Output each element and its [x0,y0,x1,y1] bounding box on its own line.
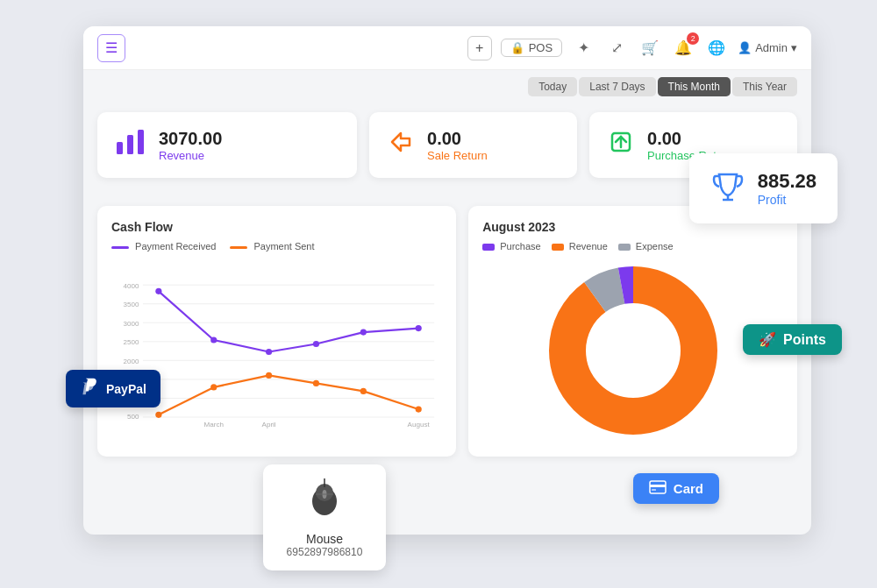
profit-label: Profit [758,193,816,207]
svg-text:3500: 3500 [123,301,139,308]
donut-legend: Purchase Revenue Expense [482,241,783,251]
paypal-badge[interactable]: PayPal [66,370,160,407]
svg-point-30 [313,380,319,386]
dashboard-card: ☰ + 🔒 POS ✦ ⤢ 🛒 🔔 2 🌐 [83,26,811,535]
product-name: Mouse [281,532,368,546]
svg-rect-43 [650,485,666,487]
donut-container [482,259,783,443]
line-chart: 4000 3500 3000 2500 2000 1500 1000 500 [111,260,442,436]
charts-row: Cash Flow Payment Received Payment Sent [97,206,797,457]
revenue-value: 3070.00 [159,129,222,149]
svg-text:August: August [408,421,431,429]
sale-return-info: 0.00 Sale Return [427,129,488,162]
svg-text:3000: 3000 [123,320,139,328]
svg-point-31 [360,388,367,394]
hamburger-button[interactable]: ☰ [97,34,125,62]
hamburger-icon: ☰ [105,39,118,56]
thismonth-btn[interactable]: This Month [658,77,731,96]
notification-badge: 2 [687,32,699,45]
last7days-btn[interactable]: Last 7 Days [579,77,655,96]
svg-text:4000: 4000 [123,282,139,290]
svg-rect-1 [127,135,133,154]
add-button[interactable]: + [467,36,492,60]
svg-point-22 [210,337,217,343]
purchase-legend: Purchase [482,241,541,251]
globe-icon-btn[interactable]: 🌐 [704,36,729,60]
svg-text:500: 500 [127,413,139,421]
today-btn[interactable]: Today [528,77,577,96]
sale-return-value: 0.00 [427,129,488,149]
credit-card-icon [649,480,667,497]
svg-point-29 [266,372,272,379]
date-filter: Today Last 7 Days This Month This Year [528,77,797,96]
svg-text:2000: 2000 [123,358,139,365]
admin-menu[interactable]: 👤 Admin ▾ [738,41,797,54]
svg-point-25 [360,329,367,335]
pos-label: POS [529,41,553,54]
points-label: Points [783,332,826,348]
rocket-icon: 🚀 [759,331,776,348]
chevron-down-icon: ▾ [791,41,797,54]
mouse-icon [281,477,368,527]
revenue-card: 3070.00 Revenue [97,112,357,178]
svg-point-26 [416,325,422,331]
sparkle-icon-btn[interactable]: ✦ [571,36,595,60]
cashflow-chart-card: Cash Flow Payment Received Payment Sent [97,206,456,457]
svg-point-39 [588,305,679,396]
user-icon: 👤 [738,41,752,54]
cart-icon-btn[interactable]: 🛒 [638,36,662,60]
thisyear-btn[interactable]: This Year [732,77,797,96]
navbar-left: ☰ [97,34,125,62]
profit-card: 885.28 Profit [689,153,838,223]
cashflow-title: Cash Flow [111,220,442,234]
svg-text:2500: 2500 [123,338,139,346]
svg-rect-44 [652,489,656,491]
svg-point-24 [313,341,319,347]
card-label: Card [674,481,703,496]
svg-rect-0 [117,142,123,154]
card-badge[interactable]: Card [633,473,719,504]
paypal-icon [80,377,99,400]
bell-icon-btn[interactable]: 🔔 2 [671,36,695,60]
revenue-legend: Revenue [552,241,608,251]
trophy-icon [710,167,745,209]
purchase-return-value: 0.00 [647,129,733,149]
sale-return-card: 0.00 Sale Return [369,112,577,178]
product-card: Mouse 6952897986810 [263,464,386,570]
svg-point-23 [266,349,272,355]
sent-legend: Payment Sent [230,241,314,251]
product-code: 6952897986810 [281,546,368,558]
cashflow-legend: Payment Received Payment Sent [111,241,442,251]
expand-icon-btn[interactable]: ⤢ [604,36,629,60]
revenue-icon [115,126,146,164]
svg-point-32 [416,406,422,412]
expense-legend: Expense [618,241,674,251]
main-container: ☰ + 🔒 POS ✦ ⤢ 🛒 🔔 2 🌐 [0,0,877,588]
navbar: ☰ + 🔒 POS ✦ ⤢ 🛒 🔔 2 🌐 [83,26,811,70]
svg-point-28 [210,384,217,390]
revenue-label: Revenue [159,149,222,162]
sale-return-icon [387,128,415,162]
received-legend: Payment Received [111,241,216,251]
svg-point-27 [155,412,161,418]
profit-value: 885.28 [758,170,816,193]
svg-text:April: April [262,421,276,429]
revenue-info: 3070.00 Revenue [159,129,222,162]
profit-info: 885.28 Profit [758,170,816,207]
points-badge[interactable]: 🚀 Points [743,324,842,355]
purchase-return-icon [607,128,635,162]
navbar-right: + 🔒 POS ✦ ⤢ 🛒 🔔 2 🌐 👤 Admin ▾ [467,36,797,60]
svg-rect-2 [138,130,144,154]
lock-icon: 🔒 [510,41,524,54]
pos-button[interactable]: 🔒 POS [501,39,562,57]
svg-point-21 [155,288,161,294]
sale-return-label: Sale Return [427,149,488,162]
paypal-label: PayPal [106,382,146,396]
svg-text:March: March [204,421,224,429]
admin-label: Admin [755,41,788,54]
plus-icon: + [475,40,483,56]
